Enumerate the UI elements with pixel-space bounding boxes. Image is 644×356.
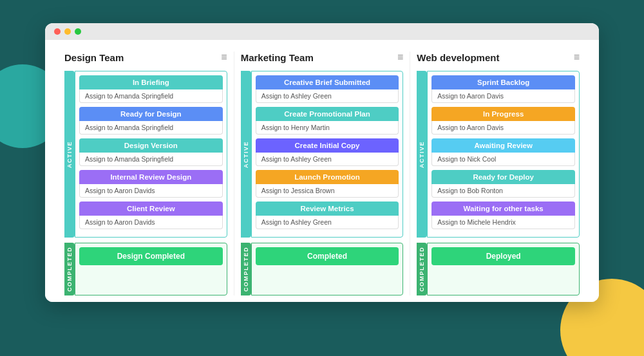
completed-section-web-development: COMPLETEDDeployed bbox=[417, 243, 580, 295]
completed-section-design-team: COMPLETEDDesign Completed bbox=[64, 243, 227, 295]
task-card[interactable]: Create Promotional PlanAssign to Henry M… bbox=[256, 107, 399, 135]
active-section-marketing-team: ACTIVECreative Brief SubmittedAssign to … bbox=[241, 71, 404, 238]
task-assign: Assign to Michele Hendrix bbox=[431, 216, 575, 229]
task-assign: Assign to Aaron Davis bbox=[431, 121, 575, 135]
task-assign: Assign to Aaron Davids bbox=[79, 216, 223, 229]
active-section-design-team: ACTIVEIn BriefingAssign to Amanda Spring… bbox=[64, 71, 227, 238]
task-assign: Assign to Amanda Springfield bbox=[79, 153, 223, 166]
task-card[interactable]: In ProgressAssign to Aaron Davis bbox=[431, 107, 575, 135]
column-menu-icon-web-development[interactable]: ≡ bbox=[574, 52, 580, 63]
task-label: Client Review bbox=[79, 201, 223, 216]
task-card[interactable]: Awaiting ReviewAssign to Nick Cool bbox=[431, 138, 575, 166]
column-design-team: Design Team≡ACTIVEIn BriefingAssign to A… bbox=[58, 52, 234, 295]
task-label: Ready for Deploy bbox=[431, 170, 575, 184]
task-label: Internal Review Design bbox=[79, 170, 223, 184]
task-assign: Assign to Jessica Brown bbox=[256, 184, 399, 198]
task-assign: Assign to Henry Martin bbox=[256, 121, 399, 135]
task-card[interactable]: Creative Brief SubmittedAssign to Ashley… bbox=[256, 75, 399, 103]
task-label: In Briefing bbox=[79, 75, 223, 89]
task-label: Awaiting Review bbox=[431, 138, 575, 153]
completed-section-marketing-team: COMPLETEDCompleted bbox=[241, 243, 404, 295]
task-label: Creative Brief Submitted bbox=[256, 75, 399, 89]
completed-task-btn-marketing-team[interactable]: Completed bbox=[256, 247, 399, 265]
completed-label-design-team: COMPLETED bbox=[64, 243, 75, 295]
task-card[interactable]: Ready for DesignAssign to Amanda Springf… bbox=[79, 107, 223, 135]
tasks-list-design-team: In BriefingAssign to Amanda SpringfieldR… bbox=[75, 71, 227, 238]
task-assign: Assign to Ashley Green bbox=[256, 216, 399, 229]
column-header-design-team: Design Team≡ bbox=[64, 52, 227, 63]
task-card[interactable]: In BriefingAssign to Amanda Springfield bbox=[79, 75, 223, 103]
browser-window: Design Team≡ACTIVEIn BriefingAssign to A… bbox=[45, 23, 599, 302]
task-label: Sprint Backlog bbox=[431, 75, 575, 89]
task-label: In Progress bbox=[431, 107, 575, 121]
task-card[interactable]: Ready for DeployAssign to Bob Ronton bbox=[431, 170, 575, 198]
column-marketing-team: Marketing Team≡ACTIVECreative Brief Subm… bbox=[234, 52, 411, 295]
task-label: Launch Promotion bbox=[256, 170, 399, 184]
column-header-web-development: Web development≡ bbox=[417, 52, 580, 63]
task-label: Waiting for other tasks bbox=[431, 201, 575, 216]
task-label: Create Initial Copy bbox=[256, 138, 399, 153]
column-title-design-team: Design Team bbox=[64, 52, 124, 63]
browser-dot-red[interactable] bbox=[54, 28, 61, 35]
task-card[interactable]: Sprint BacklogAssign to Aaron Davis bbox=[431, 75, 575, 103]
completed-label-web-development: COMPLETED bbox=[417, 243, 427, 295]
column-web-development: Web development≡ACTIVESprint BacklogAssi… bbox=[410, 52, 586, 295]
task-assign: Assign to Aaron Davids bbox=[79, 184, 223, 198]
completed-task-area-marketing-team: Completed bbox=[251, 243, 404, 295]
column-menu-icon-marketing-team[interactable]: ≡ bbox=[397, 52, 403, 63]
task-card[interactable]: Waiting for other tasksAssign to Michele… bbox=[431, 201, 575, 229]
task-card[interactable]: Create Initial CopyAssign to Ashley Gree… bbox=[256, 138, 399, 166]
completed-task-btn-web-development[interactable]: Deployed bbox=[431, 247, 575, 265]
column-title-web-development: Web development bbox=[417, 52, 499, 63]
task-card[interactable]: Design VersionAssign to Amanda Springfie… bbox=[79, 138, 223, 166]
task-assign: Assign to Ashley Green bbox=[256, 89, 399, 103]
browser-dot-yellow[interactable] bbox=[64, 28, 71, 35]
tasks-list-web-development: Sprint BacklogAssign to Aaron DavisIn Pr… bbox=[427, 71, 580, 238]
task-card[interactable]: Launch PromotionAssign to Jessica Brown bbox=[256, 170, 399, 198]
column-menu-icon-design-team[interactable]: ≡ bbox=[221, 52, 227, 63]
task-label: Ready for Design bbox=[79, 107, 223, 121]
task-assign: Assign to Ashley Green bbox=[256, 153, 399, 166]
completed-task-area-web-development: Deployed bbox=[427, 243, 580, 295]
task-card[interactable]: Client ReviewAssign to Aaron Davids bbox=[79, 201, 223, 229]
task-assign: Assign to Bob Ronton bbox=[431, 184, 575, 198]
completed-label-marketing-team: COMPLETED bbox=[241, 243, 251, 295]
active-label-web-development: ACTIVE bbox=[417, 71, 427, 238]
column-title-marketing-team: Marketing Team bbox=[241, 52, 314, 63]
active-label-design-team: ACTIVE bbox=[64, 71, 75, 238]
completed-task-btn-design-team[interactable]: Design Completed bbox=[79, 247, 223, 265]
task-label: Design Version bbox=[79, 138, 223, 153]
task-card[interactable]: Internal Review DesignAssign to Aaron Da… bbox=[79, 170, 223, 198]
browser-dot-green[interactable] bbox=[75, 28, 81, 35]
tasks-list-marketing-team: Creative Brief SubmittedAssign to Ashley… bbox=[251, 71, 404, 238]
task-label: Review Metrics bbox=[256, 201, 399, 216]
task-label: Create Promotional Plan bbox=[256, 107, 399, 121]
column-header-marketing-team: Marketing Team≡ bbox=[241, 52, 404, 63]
task-assign: Assign to Aaron Davis bbox=[431, 89, 575, 103]
task-assign: Assign to Nick Cool bbox=[431, 153, 575, 166]
page-title bbox=[0, 0, 644, 23]
task-assign: Assign to Amanda Springfield bbox=[79, 121, 223, 135]
task-assign: Assign to Amanda Springfield bbox=[79, 89, 223, 103]
browser-bar bbox=[45, 23, 599, 40]
completed-task-area-design-team: Design Completed bbox=[75, 243, 227, 295]
active-section-web-development: ACTIVESprint BacklogAssign to Aaron Davi… bbox=[417, 71, 580, 238]
active-label-marketing-team: ACTIVE bbox=[241, 71, 251, 238]
kanban-board: Design Team≡ACTIVEIn BriefingAssign to A… bbox=[45, 40, 599, 302]
task-card[interactable]: Review MetricsAssign to Ashley Green bbox=[256, 201, 399, 229]
